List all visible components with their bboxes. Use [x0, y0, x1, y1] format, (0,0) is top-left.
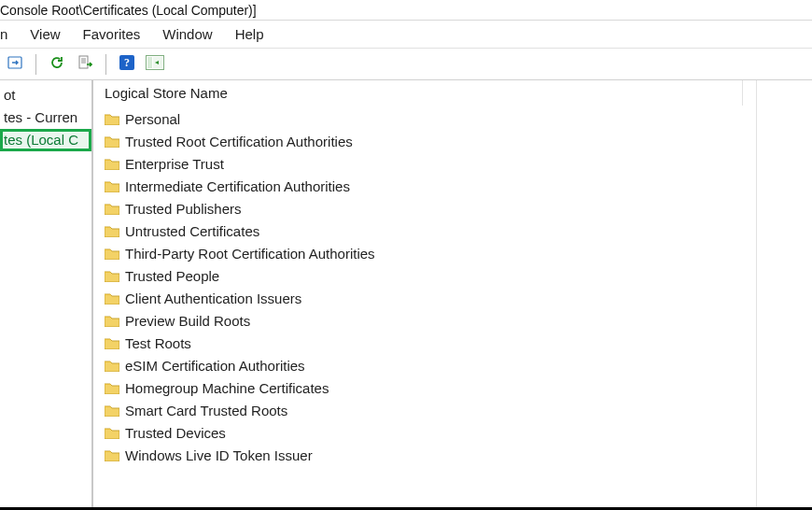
show-hide-console-tree-button[interactable] — [144, 53, 166, 76]
refresh-button[interactable] — [46, 53, 68, 76]
toolbar-separator — [105, 54, 106, 75]
menu-view[interactable]: View — [30, 26, 60, 42]
list-item-label: Client Authentication Issuers — [125, 290, 301, 306]
console-tree[interactable]: ot tes - Curren tes (Local C — [0, 80, 93, 507]
folder-icon — [105, 427, 119, 439]
content-area: ot tes - Curren tes (Local C Logical Sto… — [0, 80, 812, 507]
list-item-label: Preview Build Roots — [125, 313, 250, 329]
list-item[interactable]: Personal — [105, 107, 812, 130]
folder-icon — [105, 337, 119, 349]
list-item[interactable]: Smart Card Trusted Roots — [105, 399, 812, 421]
folder-icon — [105, 113, 119, 125]
list-item-label: eSIM Certification Authorities — [125, 358, 305, 374]
tree-node-certificates-local-computer[interactable]: tes (Local C — [0, 129, 91, 151]
list-item[interactable]: Trusted Publishers — [105, 197, 812, 220]
list-item[interactable]: Client Authentication Issuers — [105, 287, 812, 309]
list-item[interactable]: Windows Live ID Token Issuer — [105, 444, 812, 466]
mmc-window: Console Root\Certificates (Local Compute… — [0, 0, 812, 510]
menu-window[interactable]: Window — [162, 26, 212, 42]
list-item-label: Trusted Root Certification Authorities — [125, 134, 353, 149]
help-button[interactable]: ? — [116, 53, 138, 76]
list-item-label: Personal — [125, 111, 180, 127]
list-item[interactable]: Homegroup Machine Certificates — [105, 376, 812, 399]
list-item-label: Untrusted Certificates — [125, 223, 259, 239]
column-header-logical-store-name[interactable]: Logical Store Name — [93, 80, 743, 106]
refresh-icon — [49, 55, 64, 73]
folder-icon — [105, 315, 119, 327]
toolbar-separator — [35, 54, 36, 75]
list-item[interactable]: Third-Party Root Certification Authoriti… — [105, 242, 812, 264]
toolbar: ? — [0, 49, 812, 80]
nav-forward-button[interactable] — [4, 53, 26, 76]
svg-text:?: ? — [124, 56, 130, 69]
menu-action-fragment[interactable]: n — [0, 26, 7, 42]
list-item[interactable]: Intermediate Certification Authorities — [105, 175, 812, 197]
folder-icon — [105, 382, 119, 394]
folder-icon — [105, 158, 119, 170]
help-icon: ? — [119, 54, 135, 74]
list-item-label: Enterprise Trust — [125, 156, 224, 172]
list-item[interactable]: Test Roots — [105, 332, 812, 354]
folder-icon — [105, 449, 119, 461]
list-item-label: Smart Card Trusted Roots — [125, 403, 287, 418]
menu-favorites[interactable]: Favorites — [83, 26, 141, 42]
menu-help[interactable]: Help — [235, 26, 264, 42]
folder-icon — [105, 180, 119, 192]
window-title: Console Root\Certificates (Local Compute… — [0, 3, 257, 18]
folder-icon — [105, 404, 119, 417]
list-item[interactable]: Enterprise Trust — [105, 152, 812, 175]
list-item[interactable]: Trusted Devices — [105, 421, 812, 444]
folder-icon — [105, 225, 119, 237]
folder-icon — [105, 360, 119, 372]
svg-rect-8 — [147, 57, 152, 68]
folder-icon — [105, 248, 119, 260]
list-item-label: Trusted People — [125, 268, 219, 284]
arrow-right-icon — [7, 55, 22, 73]
list-pane: Logical Store Name Personal Trusted Root… — [93, 80, 812, 507]
list-item[interactable]: eSIM Certification Authorities — [105, 354, 812, 376]
folder-icon — [105, 270, 119, 282]
console-tree-icon — [146, 55, 164, 73]
tree-node-certificates-current-user[interactable]: tes - Curren — [0, 106, 91, 129]
folder-icon — [105, 135, 119, 148]
title-bar: Console Root\Certificates (Local Compute… — [0, 0, 812, 21]
list-item[interactable]: Trusted Root Certification Authorities — [105, 130, 812, 152]
tree-node-console-root[interactable]: ot — [0, 84, 91, 106]
folder-icon — [105, 203, 119, 215]
list-item[interactable]: Preview Build Roots — [105, 309, 812, 332]
list-item[interactable]: Untrusted Certificates — [105, 220, 812, 242]
export-list-icon — [77, 55, 92, 73]
list-item-label: Third-Party Root Certification Authoriti… — [125, 246, 375, 262]
list-item-label: Trusted Devices — [125, 425, 226, 441]
menu-bar: n View Favorites Window Help — [0, 21, 812, 49]
list-item-label: Homegroup Machine Certificates — [125, 380, 329, 396]
list-item-label: Trusted Publishers — [125, 201, 242, 217]
list-item[interactable]: Trusted People — [105, 264, 812, 287]
list-item-label: Test Roots — [125, 335, 191, 351]
list-item-label: Intermediate Certification Authorities — [125, 178, 350, 194]
export-list-button[interactable] — [74, 53, 96, 76]
folder-icon — [105, 292, 119, 305]
list-item-label: Windows Live ID Token Issuer — [125, 447, 313, 463]
secondary-column-area — [756, 80, 812, 507]
store-list: Personal Trusted Root Certification Auth… — [93, 106, 812, 466]
